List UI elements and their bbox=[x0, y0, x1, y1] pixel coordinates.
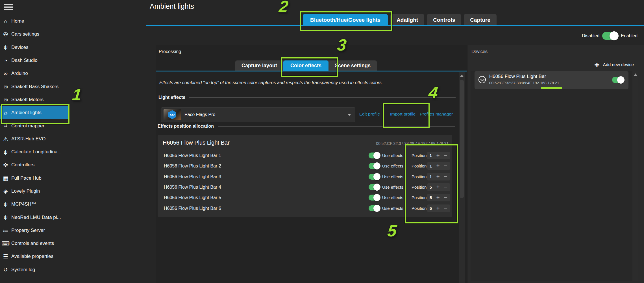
use-effects-label: Use effects bbox=[382, 185, 403, 190]
add-device-label: Add new device bbox=[603, 62, 634, 67]
toggle-knob bbox=[373, 205, 380, 212]
shield-icon: ◈ bbox=[0, 188, 11, 195]
arduino-icon: ∞ bbox=[0, 70, 11, 77]
gamepad-logo-icon bbox=[168, 110, 176, 119]
annotation-number-3: 3 bbox=[336, 37, 347, 53]
tab-capture-layout[interactable]: Capture layout bbox=[235, 60, 283, 71]
usb-icon: ψ bbox=[0, 149, 11, 155]
use-effects-toggle[interactable] bbox=[369, 163, 380, 169]
sidebar-item-available-properties[interactable]: ☰Available properties bbox=[0, 250, 69, 263]
annotation-number-1: 1 bbox=[71, 86, 82, 103]
tabs-underline bbox=[146, 25, 644, 26]
sidebar-item-label: Controls and events bbox=[11, 241, 54, 246]
use-effects-toggle[interactable] bbox=[369, 184, 380, 190]
sidebar-item-property-server[interactable]: ≔Property Server bbox=[0, 224, 69, 237]
sidebar-item-label: ShakeIt Motors bbox=[11, 97, 43, 103]
toggle-knob bbox=[610, 31, 619, 40]
tab-controls[interactable]: Controls bbox=[427, 14, 461, 26]
annotation-box-5 bbox=[405, 144, 458, 223]
expand-chevron-icon[interactable] bbox=[478, 76, 486, 83]
device-enable-toggle[interactable] bbox=[612, 77, 624, 83]
use-effects-toggle[interactable] bbox=[369, 174, 380, 180]
enabled-label: Enabled bbox=[621, 33, 638, 38]
processing-title: Processing bbox=[159, 49, 181, 54]
light-effects-label: Light effects bbox=[158, 95, 185, 100]
toggle-knob bbox=[373, 173, 380, 180]
sidebar-item-controls-and-events[interactable]: ⌨Controls and events bbox=[0, 237, 69, 250]
menu-icon[interactable] bbox=[4, 3, 14, 10]
devices-panel: Devices + Add new device H6056 Flow Plus… bbox=[468, 45, 644, 283]
sidebar-item-label: NeoRed LMU Data pl... bbox=[11, 215, 61, 220]
use-effects-toggle[interactable] bbox=[369, 153, 380, 158]
plus-icon: + bbox=[594, 61, 600, 68]
sidebar-item-calculate-longitudina[interactable]: ψCalculate Longitudina... bbox=[0, 145, 69, 158]
page-title: Ambient lights bbox=[150, 2, 194, 10]
sidebar-item-dash-studio[interactable]: ◔Dash Studio bbox=[0, 54, 69, 67]
sidebar-item-devices[interactable]: ψDevices bbox=[0, 41, 69, 54]
annotation-box-3 bbox=[281, 57, 338, 77]
devices-scrollbar[interactable] bbox=[633, 71, 638, 281]
devices-title: Devices bbox=[471, 49, 488, 54]
device-list: H6056 Flow Plus Light Bar 00:52:CF:32:37… bbox=[471, 71, 632, 281]
led-segment-name: H6056 Flow Plus Light Bar 5 bbox=[164, 195, 221, 200]
scroll-up-icon[interactable] bbox=[634, 73, 637, 76]
sidebar-item-label: Lovely Plugin bbox=[11, 188, 40, 194]
properties-icon: ≔ bbox=[0, 227, 11, 234]
sidebar-item-full-pace-hub[interactable]: ▦Full Pace Hub bbox=[0, 172, 69, 185]
sidebar-item-neored-lmu-data-pl[interactable]: ψNeoRed LMU Data pl... bbox=[0, 211, 69, 224]
toggle-knob bbox=[373, 194, 380, 201]
sidebar-item-system-log[interactable]: ↺System log bbox=[0, 263, 69, 276]
profile-select[interactable]: Pace Flags Pro bbox=[161, 107, 355, 122]
edit-profile-link[interactable]: Edit profile bbox=[359, 112, 380, 117]
toggle-knob bbox=[373, 152, 380, 159]
power-toggle-row: Disabled Enabled bbox=[582, 32, 638, 40]
led-segment-name: H6056 Flow Plus Light Bar 1 bbox=[164, 153, 221, 158]
keyboard-icon: ⌨ bbox=[0, 240, 11, 247]
add-device-button[interactable]: + Add new device bbox=[593, 61, 636, 68]
sidebar-item-controllers[interactable]: ✜Controllers bbox=[0, 158, 69, 171]
history-clock-icon: ↺ bbox=[0, 266, 11, 273]
scroll-up-icon[interactable] bbox=[460, 75, 464, 77]
toggle-knob bbox=[617, 76, 625, 84]
tab-adalight[interactable]: Adalight bbox=[390, 14, 424, 26]
sidebar-item-cars-settings[interactable]: ✇Cars settings bbox=[0, 28, 69, 41]
gauge-icon: ◔ bbox=[0, 57, 11, 64]
use-effects-toggle[interactable] bbox=[369, 205, 380, 211]
disabled-label: Disabled bbox=[582, 33, 599, 38]
sidebar-item-label: Calculate Longitudina... bbox=[11, 149, 62, 155]
sidebar-item-arduino[interactable]: ∞Arduino bbox=[0, 67, 69, 80]
car-icon: ✇ bbox=[0, 31, 11, 38]
use-effects-toggle[interactable] bbox=[369, 195, 380, 201]
annotation-box-2 bbox=[300, 11, 392, 31]
device-name: H6056 Flow Plus Light Bar bbox=[489, 74, 546, 79]
simhub-window: ⌂Home✇Cars settingsψDevices◔Dash Studio∞… bbox=[0, 0, 644, 283]
sidebar-item-label: ATSR-Hub EVO bbox=[11, 136, 46, 142]
sidebar-item-label: Cars settings bbox=[11, 31, 39, 37]
sidebar-item-label: Arduino bbox=[11, 71, 28, 76]
use-effects-label: Use effects bbox=[382, 153, 403, 158]
sidebar-item-label: System log bbox=[11, 267, 35, 273]
sidebar-item-home[interactable]: ⌂Home bbox=[0, 15, 69, 28]
selected-profile: Pace Flags Pro bbox=[184, 112, 215, 117]
processing-scrollbar[interactable] bbox=[459, 72, 465, 283]
toggle-knob bbox=[373, 184, 380, 191]
usb-icon: ψ bbox=[0, 214, 11, 221]
led-segment-name: H6056 Flow Plus Light Bar 3 bbox=[164, 174, 221, 179]
sidebar-item-atsr-hub-evo[interactable]: ⚠ATSR-Hub EVO bbox=[0, 132, 69, 145]
annotation-number-5: 5 bbox=[387, 223, 397, 239]
device-card[interactable]: H6056 Flow Plus Light Bar 00:52:CF:32:37… bbox=[475, 71, 628, 89]
sidebar-item-lovely-plugin[interactable]: ◈Lovely Plugin bbox=[0, 185, 69, 198]
annotation-underline bbox=[541, 87, 562, 89]
profile-thumbnail bbox=[164, 109, 181, 120]
sidebar-item-label: Available properties bbox=[11, 254, 53, 259]
sidebar-item-label: Full Pace Hub bbox=[11, 175, 42, 181]
sidebar-item-mcp4sh[interactable]: ψMCP4SH™ bbox=[0, 198, 69, 211]
scrollbar-thumb[interactable] bbox=[460, 80, 464, 198]
use-effects-label: Use effects bbox=[382, 206, 403, 211]
device-address: 00:52:CF:32:37:38:09:4F 192.168.178.21 bbox=[489, 81, 559, 85]
tab-capture[interactable]: Capture bbox=[464, 14, 497, 26]
sidebar-item-label: Home bbox=[11, 18, 24, 24]
enable-toggle[interactable] bbox=[602, 32, 618, 40]
sidebar-item-shakeit-bass-shakers[interactable]: ((•))ShakeIt Bass Shakers bbox=[0, 80, 69, 93]
sidebar-item-label: MCP4SH™ bbox=[11, 201, 36, 207]
